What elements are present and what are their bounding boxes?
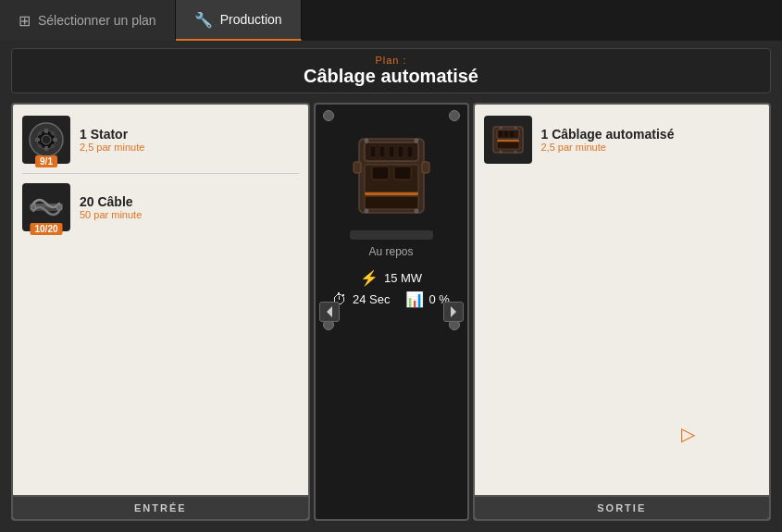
svg-rect-19 (389, 146, 394, 157)
time-value: 24 Sec (353, 292, 390, 306)
svg-rect-30 (394, 167, 411, 179)
input-panel-footer: ENTRÉE (13, 495, 308, 519)
svg-marker-34 (451, 306, 456, 317)
cursor-indicator: ▷ (681, 423, 695, 445)
svg-point-44 (499, 151, 502, 154)
main-content: Plan : Câblage automatisé (0, 41, 782, 532)
cable-icon-wrap: 10/20 (22, 183, 70, 231)
machine-progress-bar (350, 230, 433, 240)
svg-rect-23 (365, 192, 418, 195)
svg-rect-20 (398, 146, 403, 157)
list-item: 1 Câblage automatisé 2,5 par minute (484, 116, 761, 164)
chart-icon: 📊 (405, 291, 424, 308)
svg-rect-5 (44, 146, 48, 151)
tab-select-plan-label: Sélectionner un plan (38, 13, 156, 28)
lightning-icon: ⚡ (360, 269, 379, 287)
svg-point-26 (415, 139, 418, 142)
list-item: 9/1 1 Stator 2,5 par minute (22, 116, 299, 174)
svg-rect-17 (370, 146, 376, 157)
machine-top-screws (316, 105, 467, 125)
power-stat: ⚡ 15 MW (360, 269, 422, 287)
tab-select-plan[interactable]: ⊞ Sélectionner un plan (0, 0, 176, 41)
svg-point-10 (42, 135, 51, 144)
time-stat: ⏱ 24 Sec (332, 291, 390, 308)
svg-rect-18 (379, 146, 385, 157)
input-panel: 9/1 1 Stator 2,5 par minute (11, 103, 310, 521)
stator-icon-wrap: 9/1 (22, 116, 70, 164)
machine-panel: Au repos ⚡ 15 MW (314, 103, 469, 521)
stat-pair: ⏱ 24 Sec 📊 0 % (332, 291, 450, 308)
svg-rect-21 (407, 146, 413, 157)
input-panel-body: 9/1 1 Stator 2,5 par minute (13, 105, 308, 495)
stator-rate: 2,5 par minute (80, 142, 299, 153)
machine-svg (352, 130, 430, 222)
tab-production-label: Production (220, 12, 282, 27)
automated-wiring-svg (490, 121, 527, 158)
svg-rect-32 (422, 162, 429, 173)
svg-point-42 (499, 127, 502, 130)
list-item: 10/20 20 Câble 50 par minute (22, 183, 299, 241)
svg-marker-33 (327, 306, 332, 317)
stator-name: 1 Stator (80, 127, 299, 142)
svg-rect-40 (497, 142, 519, 149)
power-value: 15 MW (384, 271, 422, 285)
output-item-name: 1 Câblage automatisé (541, 127, 761, 142)
svg-rect-3 (53, 138, 57, 142)
output-item-info: 1 Câblage automatisé 2,5 par minute (541, 127, 761, 153)
plan-name: Câblage automatisé (23, 66, 759, 87)
svg-rect-41 (497, 140, 519, 142)
chevron-right-icon (449, 305, 458, 318)
svg-point-45 (514, 151, 516, 154)
svg-point-27 (365, 209, 368, 213)
cable-rate: 50 par minute (80, 209, 299, 220)
svg-rect-38 (504, 131, 508, 137)
output-panel-body: 1 Câblage automatisé 2,5 par minute ▷ (475, 105, 770, 495)
svg-rect-37 (499, 131, 503, 137)
stator-info: 1 Stator 2,5 par minute (80, 127, 299, 153)
svg-rect-4 (44, 129, 48, 133)
plan-header: Plan : Câblage automatisé (11, 48, 771, 93)
stator-badge: 9/1 (35, 155, 57, 167)
output-panel-footer: SORTIE (475, 495, 770, 519)
wrench-icon: 🔧 (194, 11, 213, 29)
tab-bar: ⊞ Sélectionner un plan 🔧 Production (0, 0, 782, 41)
automated-wiring-icon (484, 116, 532, 164)
cable-info: 20 Câble 50 par minute (80, 194, 299, 220)
screw-tr (449, 110, 460, 121)
svg-point-25 (365, 139, 368, 142)
plan-label: Plan : (23, 55, 759, 66)
arrow-right-button[interactable] (443, 302, 464, 322)
output-panel: 1 Câblage automatisé 2,5 par minute ▷ SO… (473, 103, 772, 521)
cable-name: 20 Câble (80, 194, 299, 209)
svg-point-13 (31, 204, 36, 210)
svg-point-43 (514, 127, 516, 130)
svg-rect-31 (354, 162, 361, 173)
grid-icon: ⊞ (19, 12, 31, 30)
stator-svg (26, 119, 67, 160)
arrow-left-button[interactable] (319, 302, 340, 322)
screw-tl (323, 110, 334, 121)
tab-production[interactable]: 🔧 Production (176, 0, 302, 41)
svg-rect-29 (372, 167, 389, 179)
panels-row: 9/1 1 Stator 2,5 par minute (11, 103, 771, 521)
machine-image-area (345, 125, 438, 227)
svg-rect-2 (35, 138, 40, 142)
chevron-left-icon (325, 305, 334, 318)
cable-svg (26, 187, 67, 228)
svg-rect-24 (365, 196, 418, 209)
svg-point-28 (415, 209, 418, 213)
svg-rect-39 (510, 131, 514, 137)
output-item-rate: 2,5 par minute (541, 142, 761, 153)
cable-badge: 10/20 (30, 223, 62, 235)
machine-status: Au repos (368, 245, 413, 258)
svg-point-14 (56, 204, 62, 210)
